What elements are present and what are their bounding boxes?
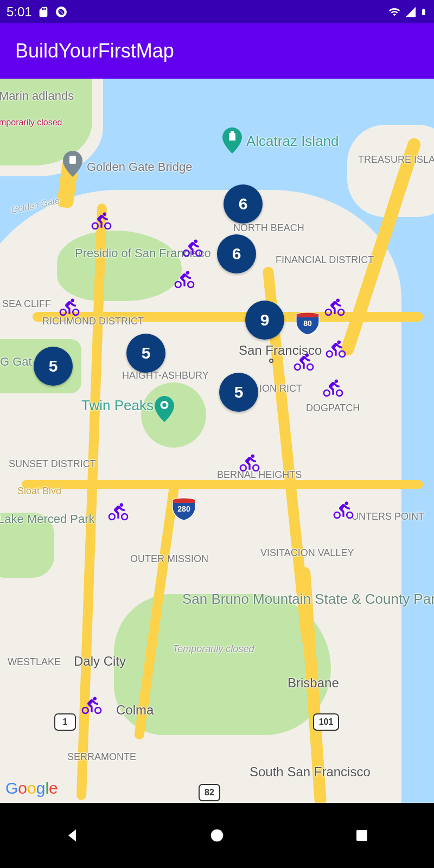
nav-bar: [0, 803, 434, 868]
map-label: UNTERS POINT: [352, 511, 424, 522]
cluster-marker[interactable]: 5: [219, 373, 258, 412]
google-logo: Google: [5, 779, 58, 797]
route-shield: 1: [54, 713, 76, 731]
map-label-closed: mporarily closed: [0, 118, 62, 127]
wifi-icon: [387, 6, 401, 18]
map-label: Alcatraz Island: [246, 133, 339, 150]
map-label: VISITACION VALLEY: [260, 548, 354, 559]
map-label: DOGPATCH: [306, 403, 360, 414]
city-dot: [269, 359, 273, 363]
nav-home-button[interactable]: [201, 819, 233, 852]
sync-off-icon: [55, 5, 68, 18]
map-label: Golden Gate Bridge: [87, 160, 192, 174]
bike-marker[interactable]: [58, 297, 81, 319]
cluster-marker[interactable]: 5: [34, 347, 73, 386]
map-label: Marin adlands: [0, 90, 74, 103]
route-shield: 82: [199, 784, 220, 801]
bike-marker[interactable]: [238, 453, 261, 475]
bike-marker[interactable]: [181, 238, 205, 260]
route-shield: 101: [313, 713, 339, 731]
map-label: South San Francisco: [250, 765, 371, 779]
status-time: 5:01: [7, 4, 32, 20]
map-road: [22, 480, 423, 489]
status-bar: 5:01: [0, 0, 434, 23]
map-label-closed: Temporarily closed: [173, 644, 254, 655]
map-label: Colma: [116, 703, 154, 718]
map-label: ION RICT: [259, 384, 302, 394]
map-label: SEA CLIFF: [2, 298, 51, 310]
battery-icon: [420, 5, 427, 18]
svg-rect-4: [356, 830, 367, 841]
map-label: WESTLAKE: [8, 656, 61, 668]
interstate-shield: 80: [295, 312, 320, 335]
svg-point-2: [162, 403, 167, 407]
map-label: Lake Merced Park: [0, 513, 95, 526]
bike-marker[interactable]: [321, 378, 345, 400]
bike-marker[interactable]: [323, 297, 347, 319]
map-label: Sloat Blvd: [17, 486, 61, 497]
map-label: SUNSET DISTRICT: [9, 458, 96, 470]
map-label: Brisbane: [288, 675, 339, 691]
map-label: NORTH BEACH: [233, 222, 304, 234]
bike-marker[interactable]: [331, 500, 355, 522]
nav-back-button[interactable]: [56, 819, 88, 852]
nav-recent-button[interactable]: [346, 819, 378, 852]
svg-point-3: [211, 829, 224, 842]
bike-marker[interactable]: [80, 695, 104, 717]
map-label: SERRAMONTE: [67, 751, 136, 763]
bike-marker[interactable]: [106, 502, 130, 524]
map-label: Twin Peaks: [81, 397, 154, 414]
bike-marker[interactable]: [173, 270, 196, 291]
interstate-shield: 280: [171, 497, 196, 520]
map-label: Daly City: [74, 654, 126, 669]
map-label: FINANCIAL DISTRICT: [276, 255, 374, 266]
sd-card-icon: [37, 6, 49, 18]
map-view[interactable]: Marin adlands mporarily closed Golden Ga…: [0, 79, 434, 803]
app-title: BuildYourFirstMap: [15, 40, 174, 62]
cell-signal-icon: [405, 6, 417, 18]
bike-marker[interactable]: [90, 211, 113, 233]
cluster-marker[interactable]: 5: [126, 334, 165, 373]
app-bar: BuildYourFirstMap: [0, 23, 434, 79]
bike-marker[interactable]: [324, 339, 348, 361]
cluster-marker[interactable]: 9: [245, 301, 284, 340]
map-label: HAIGHT-ASHBURY: [122, 370, 209, 381]
cluster-marker[interactable]: 6: [224, 184, 263, 224]
svg-rect-0: [69, 156, 76, 164]
poi-pin-alcatraz[interactable]: [222, 127, 242, 154]
bike-marker[interactable]: [292, 352, 316, 374]
cluster-marker[interactable]: 6: [217, 234, 256, 273]
map-label: TREASURE ISLAND: [358, 155, 434, 165]
poi-pin-ggb[interactable]: [63, 151, 82, 177]
map-label: San Bruno Mountain State & County Park: [182, 591, 434, 607]
poi-pin-twinpeaks[interactable]: [155, 396, 174, 422]
map-label: OUTER MISSION: [130, 553, 208, 565]
